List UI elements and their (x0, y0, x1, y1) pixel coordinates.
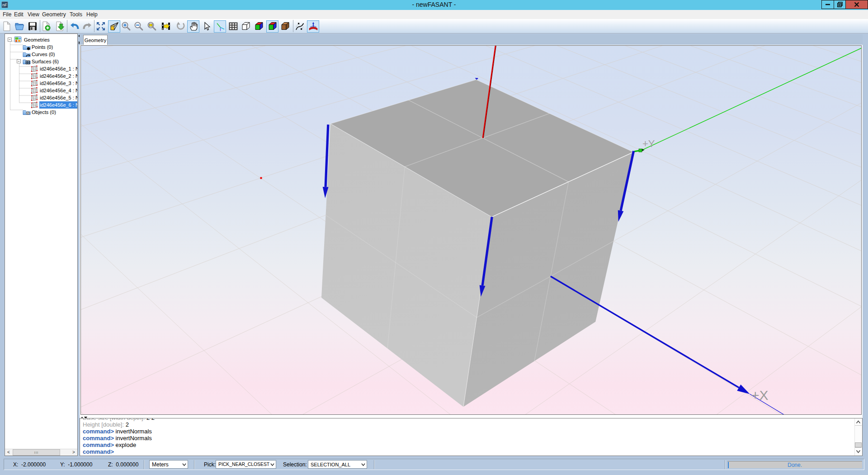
svg-text:+Y: +Y (642, 138, 655, 149)
svg-text:+X: +X (751, 388, 769, 403)
